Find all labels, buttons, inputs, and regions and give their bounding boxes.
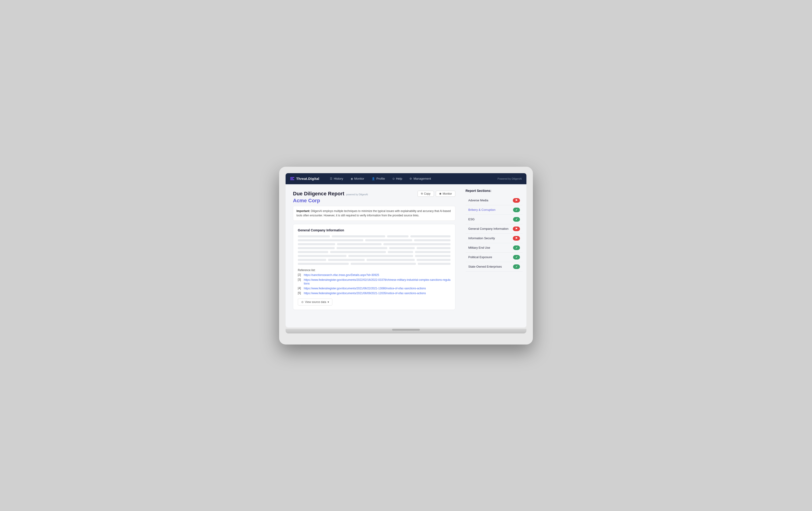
powered-by-label: Powered by DiligenAI <box>498 177 522 180</box>
ref-item-5: [5] https://www.federalregister.gov/docu… <box>298 291 451 295</box>
skeleton-row-2 <box>298 239 451 241</box>
view-source-icon: ⊙ <box>301 300 303 304</box>
report-area: Due Diligence Report powered by DiligenA… <box>286 184 462 327</box>
management-icon: ⚙ <box>409 177 412 180</box>
ref-link-3[interactable]: https://www.federalregister.gov/document… <box>304 278 451 286</box>
skeleton-row-4 <box>298 247 451 249</box>
copy-icon: ⧉ <box>421 192 423 195</box>
profile-icon: 👤 <box>372 177 375 180</box>
skeleton-block <box>416 247 451 249</box>
nav-management[interactable]: ⚙ Management <box>406 176 434 182</box>
ref-num-3: [3] <box>298 278 303 286</box>
ref-num-4: [4] <box>298 287 303 291</box>
chevron-down-icon: ▾ <box>327 300 329 304</box>
sidebar-item-political-exposure[interactable]: Political Exposure ✓ <box>465 252 523 262</box>
badge-general-company: ⚑ <box>513 226 520 231</box>
skeleton-row-5 <box>298 251 451 253</box>
badge-bribery-corruption: ✓ <box>513 208 520 212</box>
ref-item-2: [2] https://sanctionssearch.ofac.treas.g… <box>298 273 451 277</box>
app-logo: Threat.Digital <box>290 177 319 181</box>
skeleton-block <box>383 243 451 245</box>
report-actions: ⧉ Copy ◉ Monitor <box>417 191 455 197</box>
sidebar-item-label-political-exposure: Political Exposure <box>468 255 492 259</box>
sidebar-item-bribery-corruption[interactable]: Bribery & Corruption ✓ <box>465 205 523 215</box>
badge-adverse-media: ⚑ <box>513 198 520 203</box>
badge-political-exposure: ✓ <box>513 255 520 260</box>
nav-profile[interactable]: 👤 Profile <box>368 176 388 182</box>
skeleton-block <box>298 255 347 257</box>
skeleton-row-1 <box>298 235 451 237</box>
report-title-sub: powered by DiligenAI <box>346 193 368 196</box>
skeleton-block <box>367 259 415 261</box>
skeleton-row-3 <box>298 243 451 245</box>
sidebar-item-state-owned[interactable]: State-Owned Enterprises ✓ <box>465 262 523 272</box>
help-icon: ⊙ <box>393 177 395 180</box>
view-source-button[interactable]: ⊙ View source data ▾ <box>298 299 332 305</box>
sidebar-item-label-adverse-media: Adverse Media <box>468 198 488 202</box>
sidebar: Report Sections: Adverse Media ⚑ Bribery… <box>462 184 526 327</box>
ref-link-5[interactable]: https://www.federalregister.gov/document… <box>304 291 426 295</box>
skeleton-block <box>298 251 328 253</box>
skeleton-block <box>337 243 382 245</box>
sidebar-item-adverse-media[interactable]: Adverse Media ⚑ <box>465 196 523 205</box>
skeleton-block <box>418 263 451 265</box>
sidebar-item-esg[interactable]: ESG ✓ <box>465 215 523 224</box>
sidebar-item-label-military-end-use: Military End Use <box>468 246 490 249</box>
check-icon: ✓ <box>515 265 518 268</box>
ref-item-4: [4] https://www.federalregister.gov/docu… <box>298 287 451 291</box>
sidebar-item-information-security[interactable]: Information Security ⚑ <box>465 234 523 243</box>
report-company: Acme Corp <box>293 198 368 204</box>
ref-link-2[interactable]: https://sanctionssearch.ofac.treas.gov/D… <box>304 273 379 277</box>
copy-button[interactable]: ⧉ Copy <box>417 191 434 197</box>
skeleton-row-7 <box>298 259 451 261</box>
sidebar-item-military-end-use[interactable]: Military End Use ✓ <box>465 243 523 252</box>
notice-bold: Important: <box>296 210 310 213</box>
ref-item-3: [3] https://www.federalregister.gov/docu… <box>298 278 451 286</box>
skeleton-block <box>415 251 451 253</box>
skeleton-block <box>415 255 451 257</box>
report-title: Due Diligence Report powered by DiligenA… <box>293 191 368 197</box>
nav-help[interactable]: ⊙ Help <box>389 176 406 182</box>
section-card: General Company Information <box>293 224 455 310</box>
monitor-icon: ◉ <box>351 177 353 180</box>
sidebar-item-label-state-owned: State-Owned Enterprises <box>468 265 502 268</box>
skeleton-block <box>298 259 326 261</box>
skeleton-block <box>330 251 386 253</box>
skeleton-block <box>328 259 365 261</box>
nav-links: ☰ History ◉ Monitor 👤 Profile ⊙ Help ⚙ <box>327 176 498 182</box>
skeleton-block <box>365 239 412 241</box>
skeleton-block <box>298 235 330 237</box>
sidebar-item-label-bribery-corruption: Bribery & Corruption <box>468 208 495 212</box>
report-header: Due Diligence Report powered by DiligenA… <box>293 191 455 204</box>
sidebar-title: Report Sections: <box>465 189 523 193</box>
flag-icon: ⚑ <box>515 199 518 202</box>
skeleton-block <box>332 235 385 237</box>
badge-information-security: ⚑ <box>513 236 520 241</box>
monitor-button[interactable]: ◉ Monitor <box>436 191 455 197</box>
check-icon: ✓ <box>515 255 518 259</box>
badge-military-end-use: ✓ <box>513 245 520 250</box>
check-icon: ✓ <box>515 218 518 221</box>
skeleton-block <box>298 263 349 265</box>
skeleton-block <box>389 247 414 249</box>
skeleton-block <box>387 235 409 237</box>
skeleton-block <box>298 243 335 245</box>
sidebar-item-label-information-security: Information Security <box>468 237 495 240</box>
skeleton-block <box>410 235 451 237</box>
notice-text: DiligenAI employs multiple techniques to… <box>296 210 451 217</box>
navbar: Threat.Digital ☰ History ◉ Monitor 👤 Pro… <box>286 173 526 184</box>
ref-num-5: [5] <box>298 291 303 295</box>
skeleton-block <box>414 239 451 241</box>
badge-state-owned: ✓ <box>513 264 520 269</box>
reference-list: Reference list: [2] https://sanctionssea… <box>298 269 451 295</box>
sidebar-item-general-company[interactable]: General Company Information ⚑ <box>465 224 523 234</box>
monitor-btn-icon: ◉ <box>439 192 441 195</box>
app-name: Threat.Digital <box>296 177 319 181</box>
flag-icon: ⚑ <box>515 237 518 240</box>
section-card-title: General Company Information <box>298 228 451 232</box>
nav-history[interactable]: ☰ History <box>327 176 346 182</box>
ref-link-4[interactable]: https://www.federalregister.gov/document… <box>304 287 426 291</box>
sidebar-item-label-esg: ESG <box>468 217 474 221</box>
skeleton-block <box>416 259 451 261</box>
nav-monitor[interactable]: ◉ Monitor <box>347 176 368 182</box>
